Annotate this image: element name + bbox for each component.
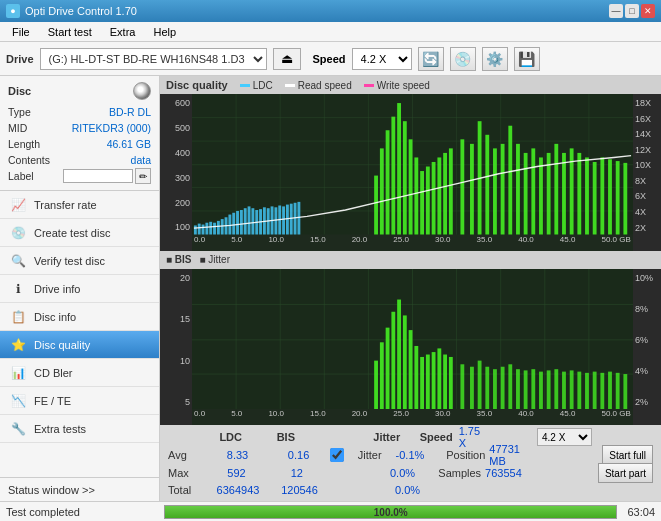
sidebar-item-drive-info[interactable]: ℹ Drive info [0,275,159,303]
svg-rect-41 [294,203,297,235]
disc-visual [133,82,151,100]
eject-button[interactable]: ⏏ [273,48,301,70]
minimize-button[interactable]: — [609,4,623,18]
samples-value: 763554 [485,467,522,479]
svg-rect-74 [593,162,597,235]
sidebar-item-disc-info[interactable]: 📋 Disc info [0,303,159,331]
sidebar-item-cd-bler[interactable]: 📊 CD Bler [0,359,159,387]
svg-rect-100 [420,356,424,409]
disc-quality-icon: ⭐ [10,337,26,353]
cd-bler-icon: 📊 [10,365,26,381]
svg-rect-124 [600,372,604,409]
svg-rect-58 [470,144,474,235]
svg-rect-113 [516,369,520,409]
close-button[interactable]: ✕ [641,4,655,18]
sidebar-item-extra-tests[interactable]: 🔧 Extra tests [0,415,159,443]
drive-select[interactable]: (G:) HL-DT-ST BD-RE WH16NS48 1.D3 [40,48,267,70]
svg-rect-65 [524,153,528,235]
svg-rect-48 [403,121,407,234]
svg-rect-60 [485,135,489,235]
svg-rect-102 [432,352,436,409]
cd-bler-label: CD Bler [34,367,73,379]
sidebar-item-transfer-rate[interactable]: 📈 Transfer rate [0,191,159,219]
upper-chart-svg [192,94,633,235]
svg-rect-96 [397,299,401,409]
label-input[interactable] [63,169,133,183]
menu-help[interactable]: Help [145,24,184,40]
chart-header: Disc quality LDC Read speed Write speed [160,76,661,94]
legend-read: Read speed [285,80,352,91]
transfer-rate-icon: 📈 [10,197,26,213]
sidebar-item-verify-test-disc[interactable]: 🔍 Verify test disc [0,247,159,275]
speed-select[interactable]: 4.2 X [352,48,412,70]
mid-value: RITEKDR3 (000) [72,120,151,136]
status-text: Test completed [0,506,160,518]
refresh-button[interactable]: 🔄 [418,47,444,71]
save-button[interactable]: 💾 [514,47,540,71]
time-display: 63:04 [621,506,661,518]
stats-bar: LDC BIS Jitter Speed 1.75 X 4.2 X [160,425,661,501]
settings-button[interactable]: ⚙️ [482,47,508,71]
bottom-status-bar: Test completed 100.0% 63:04 [0,501,661,521]
jitter-label-chart: ■ Jitter [200,254,231,265]
svg-rect-46 [391,117,395,235]
disc-button[interactable]: 💿 [450,47,476,71]
svg-rect-51 [420,171,424,234]
chart-title: Disc quality [166,79,228,91]
svg-rect-110 [493,369,497,409]
drive-label: Drive [6,53,34,65]
legend-write: Write speed [364,80,430,91]
start-part-button[interactable]: Start part [598,463,653,483]
ldc-total: 6364943 [208,484,268,496]
svg-rect-75 [600,157,604,234]
svg-rect-16 [198,224,201,235]
read-color [285,84,295,87]
lower-chart: 20 15 10 5 [160,269,661,426]
svg-rect-116 [539,371,543,409]
disc-info-label: Disc info [34,311,76,323]
svg-rect-17 [202,225,205,235]
svg-rect-44 [380,148,384,234]
svg-rect-94 [386,327,390,409]
svg-rect-38 [282,206,285,234]
svg-rect-72 [577,153,581,235]
menu-file[interactable]: File [4,24,38,40]
menu-extra[interactable]: Extra [102,24,144,40]
maximize-button[interactable]: □ [625,4,639,18]
speed-col-select[interactable]: 4.2 X [537,428,592,446]
svg-rect-104 [443,354,447,409]
status-window-button[interactable]: Status window >> [0,477,159,501]
svg-rect-40 [290,204,293,235]
type-label: Type [8,104,31,120]
svg-rect-111 [501,366,505,409]
start-full-button[interactable]: Start full [602,445,653,465]
svg-rect-117 [547,370,551,409]
disc-section: Disc Type BD-R DL MID RITEKDR3 (000) Len… [0,76,159,191]
drive-info-label: Drive info [34,283,80,295]
write-color [364,84,374,87]
menu-start-test[interactable]: Start test [40,24,100,40]
svg-rect-61 [493,148,497,234]
svg-rect-73 [585,157,589,234]
svg-rect-98 [409,330,413,409]
jitter-checkbox[interactable] [330,448,344,462]
svg-rect-92 [374,360,378,409]
sidebar-item-create-test-disc[interactable]: 💿 Create test disc [0,219,159,247]
app-title: Opti Drive Control 1.70 [25,5,137,17]
sidebar-item-fe-te[interactable]: 📉 FE / TE [0,387,159,415]
svg-rect-54 [437,157,441,234]
svg-rect-67 [539,157,543,234]
svg-rect-63 [508,126,512,235]
contents-label: Contents [8,152,50,168]
sidebar: Disc Type BD-R DL MID RITEKDR3 (000) Len… [0,76,160,501]
svg-rect-29 [248,206,251,234]
svg-rect-122 [585,372,589,409]
svg-rect-64 [516,144,520,235]
label-edit-button[interactable]: ✏ [135,168,151,184]
sidebar-item-disc-quality[interactable]: ⭐ Disc quality [0,331,159,359]
svg-rect-77 [616,161,620,234]
svg-rect-109 [485,366,489,409]
svg-rect-47 [397,103,401,234]
max-label: Max [168,467,203,479]
transfer-rate-label: Transfer rate [34,199,97,211]
